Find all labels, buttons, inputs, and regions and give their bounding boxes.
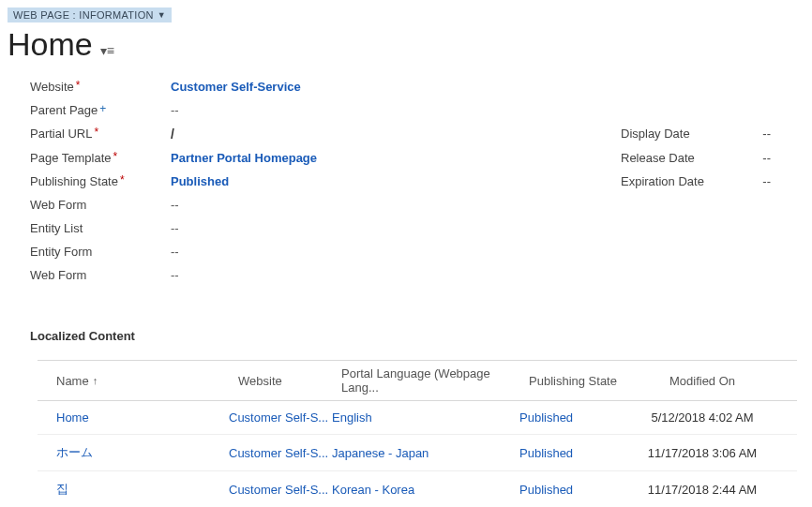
fields-grid: Website* Customer Self-Service Parent Pa… (30, 80, 804, 282)
cell-language[interactable]: Korean - Korea (332, 483, 519, 497)
col-header-modified-on[interactable]: Modified On (623, 374, 782, 388)
breadcrumb[interactable]: WEB PAGE : INFORMATION ▼ (8, 7, 172, 22)
col-header-pub-state[interactable]: Publishing State (519, 374, 623, 388)
breadcrumb-label: WEB PAGE : INFORMATION (13, 9, 154, 21)
label-website: Website* (30, 80, 171, 94)
cell-name[interactable]: Home (41, 410, 229, 425)
label-parent-page: Parent Page+ (30, 103, 171, 117)
section-header-localized-content: Localized Content (30, 329, 804, 343)
value-parent-page[interactable]: -- (171, 103, 621, 117)
chevron-down-icon: ▼ (158, 10, 166, 20)
label-web-form-2: Web Form (30, 268, 171, 282)
value-display-date[interactable]: -- (752, 127, 771, 141)
label-web-form-1: Web Form (30, 198, 171, 212)
value-page-template[interactable]: Partner Portal Homepage (171, 151, 621, 165)
cell-language[interactable]: Japanese - Japan (332, 446, 519, 460)
grid-header: Name ↑ Website Portal Language (Webpage … (38, 360, 797, 401)
value-expiration-date[interactable]: -- (752, 174, 771, 188)
required-icon: * (76, 79, 81, 92)
cell-state[interactable]: Published (519, 410, 623, 425)
cell-state[interactable]: Published (519, 483, 623, 497)
cell-website[interactable]: Customer Self-S... (229, 410, 332, 425)
cell-name[interactable]: ホーム (41, 444, 229, 461)
value-web-form-1[interactable]: -- (171, 198, 621, 212)
cell-modified: 11/17/2018 3:06 AM (623, 446, 782, 460)
label-page-template: Page Template* (30, 151, 171, 165)
table-row[interactable]: Home Customer Self-S... English Publishe… (38, 401, 797, 435)
label-release-date: Release Date (621, 151, 752, 165)
required-icon: * (113, 150, 118, 163)
label-display-date: Display Date (621, 127, 752, 141)
col-header-name[interactable]: Name ↑ (41, 374, 229, 388)
label-entity-form: Entity Form (30, 245, 171, 259)
cell-language[interactable]: English (332, 410, 519, 425)
value-web-form-2[interactable]: -- (171, 268, 621, 282)
required-icon: * (120, 173, 125, 186)
page-title: Home (8, 26, 93, 63)
value-entity-list[interactable]: -- (171, 221, 621, 235)
col-header-portal-lang[interactable]: Portal Language (Webpage Lang... (332, 366, 519, 395)
value-release-date[interactable]: -- (752, 151, 771, 165)
value-publishing-state[interactable]: Published (171, 174, 621, 188)
title-row: Home ▾≡ (8, 26, 804, 63)
cell-website[interactable]: Customer Self-S... (229, 483, 332, 497)
title-menu-icon[interactable]: ▾≡ (100, 43, 114, 58)
table-row[interactable]: ホーム Customer Self-S... Japanese - Japan … (38, 435, 797, 471)
col-header-website[interactable]: Website (229, 374, 332, 388)
table-row[interactable]: 집 Customer Self-S... Korean - Korea Publ… (38, 471, 797, 507)
cell-modified: 11/17/2018 2:44 AM (623, 483, 782, 497)
sort-asc-icon: ↑ (93, 375, 98, 386)
recommended-icon: + (99, 102, 106, 115)
cell-state[interactable]: Published (519, 446, 623, 460)
cell-modified: 5/12/2018 4:02 AM (623, 410, 782, 425)
label-publishing-state: Publishing State* (30, 174, 171, 188)
value-partial-url[interactable]: / (171, 127, 621, 142)
cell-website[interactable]: Customer Self-S... (229, 446, 332, 460)
label-expiration-date: Expiration Date (621, 174, 752, 188)
value-entity-form[interactable]: -- (171, 245, 621, 259)
label-entity-list: Entity List (30, 221, 171, 235)
localized-content-grid: Name ↑ Website Portal Language (Webpage … (38, 360, 797, 507)
value-website[interactable]: Customer Self-Service (171, 80, 621, 94)
required-icon: * (94, 126, 98, 139)
label-partial-url: Partial URL* (30, 127, 171, 141)
cell-name[interactable]: 집 (41, 481, 229, 498)
